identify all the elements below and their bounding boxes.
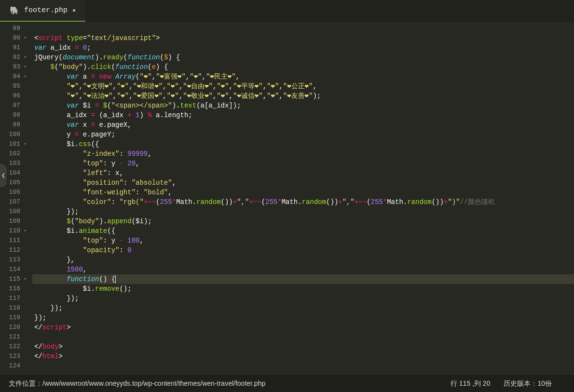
line-number: 94▾ <box>0 72 27 81</box>
code-line[interactable]: "color": "rgb("+~~(255*Math.random())+",… <box>32 197 574 207</box>
code-line[interactable]: }); <box>32 294 574 303</box>
code-line[interactable]: $("body").click(function(e) { <box>32 62 574 72</box>
code-line[interactable]: "font-weight": "bold", <box>32 188 574 197</box>
line-number: 122 <box>0 342 27 351</box>
editor: ❮ 8990▾9192▾93▾94▾9596979899100101▾10210… <box>0 22 574 375</box>
line-number: 120 <box>0 323 27 332</box>
line-number: 123 <box>0 351 27 361</box>
line-number: 115▾ <box>0 274 27 284</box>
line-number: 106 <box>0 188 27 197</box>
code-line[interactable]: a_idx = (a_idx + 1) % a.length; <box>32 110 574 120</box>
line-number: 108 <box>0 207 27 216</box>
file-path: 文件位置：/www/wwwroot/www.oneyyds.top/wp-con… <box>9 379 265 388</box>
line-number: 90▾ <box>0 33 27 43</box>
code-line[interactable]: $i.css({ <box>32 139 574 149</box>
code-line[interactable]: jQuery(document).ready(function($) { <box>32 53 574 62</box>
modified-icon: ● <box>72 7 76 14</box>
code-line[interactable]: "❤","❤文明❤","❤","❤和谐❤","❤","❤自由❤","❤","❤平… <box>32 81 574 91</box>
code-line[interactable]: "left": x, <box>32 168 574 178</box>
cursor-position: 行 115 ,列 20 <box>451 379 491 388</box>
code-line[interactable]: </script> <box>32 323 574 332</box>
line-number: 107 <box>0 197 27 207</box>
code-line[interactable] <box>32 361 574 371</box>
code-line[interactable]: "top": y - 20, <box>32 159 574 168</box>
code-line[interactable]: }); <box>32 303 574 313</box>
code-line[interactable] <box>32 24 574 33</box>
code-line[interactable]: }, <box>32 255 574 265</box>
line-number: 112 <box>0 245 27 255</box>
code-line[interactable]: "❤","❤法治❤","❤","❤爱国❤","❤","❤敬业❤","❤","❤诚… <box>32 91 574 101</box>
tab-footer-php[interactable]: 🐘 footer.php ● <box>0 0 85 22</box>
line-number: 124 <box>0 361 27 371</box>
line-number: 114 <box>0 265 27 274</box>
line-number: 96 <box>0 91 27 101</box>
panel-collapse-chevron[interactable]: ❮ <box>0 164 7 187</box>
line-number: 92▾ <box>0 53 27 62</box>
code-area[interactable]: <script type="text/javascript">var a_idx… <box>32 22 574 375</box>
line-number: 99 <box>0 120 27 130</box>
line-number: 116 <box>0 284 27 294</box>
line-number: 119 <box>0 313 27 323</box>
line-gutter: 8990▾9192▾93▾94▾9596979899100101▾1021031… <box>0 22 32 375</box>
line-number: 95 <box>0 81 27 91</box>
line-number: 118 <box>0 303 27 313</box>
code-line[interactable]: }); <box>32 313 574 323</box>
code-line[interactable] <box>32 332 574 342</box>
code-line[interactable]: 1500, <box>32 265 574 274</box>
code-line[interactable]: y = e.pageY; <box>32 130 574 139</box>
code-line[interactable]: </body> <box>32 342 574 351</box>
line-number: 91 <box>0 43 27 53</box>
code-line[interactable]: }); <box>32 207 574 216</box>
code-line[interactable]: $i.animate({ <box>32 226 574 236</box>
line-number: 93▾ <box>0 62 27 72</box>
file-icon: 🐘 <box>10 6 19 15</box>
code-line[interactable]: var x = e.pageX, <box>32 120 574 130</box>
line-number: 100 <box>0 130 27 139</box>
line-number: 102 <box>0 149 27 159</box>
code-line[interactable]: var a_idx = 0; <box>32 43 574 53</box>
line-number: 110▾ <box>0 226 27 236</box>
code-line[interactable]: "position": "absolute", <box>32 178 574 188</box>
line-number: 109 <box>0 216 27 226</box>
history-versions[interactable]: 历史版本：10份 <box>504 379 552 388</box>
tab-bar: 🐘 footer.php ● <box>0 0 574 22</box>
code-line[interactable]: var a = new Array("❤","❤富强❤","❤","❤民主❤", <box>32 72 574 81</box>
line-number: 111 <box>0 236 27 245</box>
line-number: 121 <box>0 332 27 342</box>
code-line[interactable]: "opacity": 0 <box>32 245 574 255</box>
code-line[interactable]: function() { <box>32 274 574 284</box>
code-line[interactable]: $i.remove(); <box>32 284 574 294</box>
code-line[interactable]: var $i = $("<span></span>").text(a[a_idx… <box>32 101 574 110</box>
tab-title: footer.php <box>24 6 68 14</box>
line-number: 113 <box>0 255 27 265</box>
code-line[interactable]: "top": y - 180, <box>32 236 574 245</box>
code-line[interactable]: <script type="text/javascript"> <box>32 33 574 43</box>
line-number: 101▾ <box>0 139 27 149</box>
line-number: 89 <box>0 24 27 33</box>
code-line[interactable]: </html> <box>32 351 574 361</box>
code-line[interactable]: $("body").append($i); <box>32 216 574 226</box>
status-bar: 文件位置：/www/wwwroot/www.oneyyds.top/wp-con… <box>0 375 574 392</box>
code-line[interactable]: "z-index": 99999, <box>32 149 574 159</box>
line-number: 117 <box>0 294 27 303</box>
line-number: 98 <box>0 110 27 120</box>
line-number: 97 <box>0 101 27 110</box>
